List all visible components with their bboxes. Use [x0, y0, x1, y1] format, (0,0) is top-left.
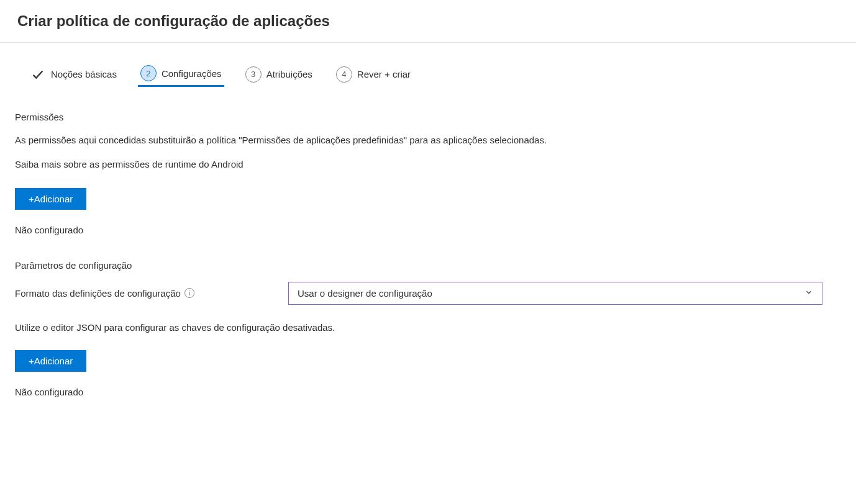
format-label-wrapper: Formato das definições de configuração i — [15, 288, 282, 299]
info-icon[interactable]: i — [184, 288, 194, 298]
config-status: Não configurado — [15, 387, 841, 397]
format-row: Formato das definições de configuração i… — [15, 282, 841, 305]
format-dropdown[interactable]: Usar o designer de configuração — [288, 282, 822, 305]
add-permission-button[interactable]: +Adicionar — [15, 188, 86, 210]
step-basics[interactable]: Noções básicas — [27, 63, 119, 86]
step-label: Atribuições — [266, 69, 312, 79]
step-label: Rever + criar — [357, 69, 411, 79]
step-number-icon: 2 — [140, 65, 157, 81]
step-review-create[interactable]: 4 Rever + criar — [334, 63, 413, 86]
step-assignments[interactable]: 3 Atribuições — [243, 63, 315, 86]
step-number-icon: 3 — [245, 66, 262, 83]
permissions-status: Não configurado — [15, 225, 841, 235]
page-header: Criar política de configuração de aplica… — [0, 0, 856, 43]
config-params-heading: Parâmetros de configuração — [15, 260, 841, 271]
config-params-section: Parâmetros de configuração Formato das d… — [15, 260, 841, 397]
learn-more-link[interactable]: Saiba mais sobre as permissões de runtim… — [15, 159, 841, 169]
dropdown-value: Usar o designer de configuração — [298, 288, 432, 299]
chevron-down-icon — [804, 288, 813, 299]
wizard-stepper: Noções básicas 2 Configurações 3 Atribui… — [15, 43, 841, 99]
permissions-heading: Permissões — [15, 112, 841, 122]
step-number-icon: 4 — [336, 66, 352, 83]
json-editor-hint: Utilize o editor JSON para configurar as… — [15, 322, 841, 333]
main-content: Noções básicas 2 Configurações 3 Atribui… — [0, 43, 856, 447]
add-config-button[interactable]: +Adicionar — [15, 350, 86, 372]
step-label: Noções básicas — [51, 69, 117, 79]
step-label: Configurações — [162, 68, 222, 79]
checkmark-icon — [30, 66, 46, 83]
format-label: Formato das definições de configuração — [15, 288, 181, 299]
permissions-section: Permissões As permissões aqui concedidas… — [15, 112, 841, 235]
page-title: Criar política de configuração de aplica… — [17, 12, 839, 30]
permissions-description: As permissões aqui concedidas substituir… — [15, 133, 841, 148]
step-settings[interactable]: 2 Configurações — [138, 61, 224, 87]
